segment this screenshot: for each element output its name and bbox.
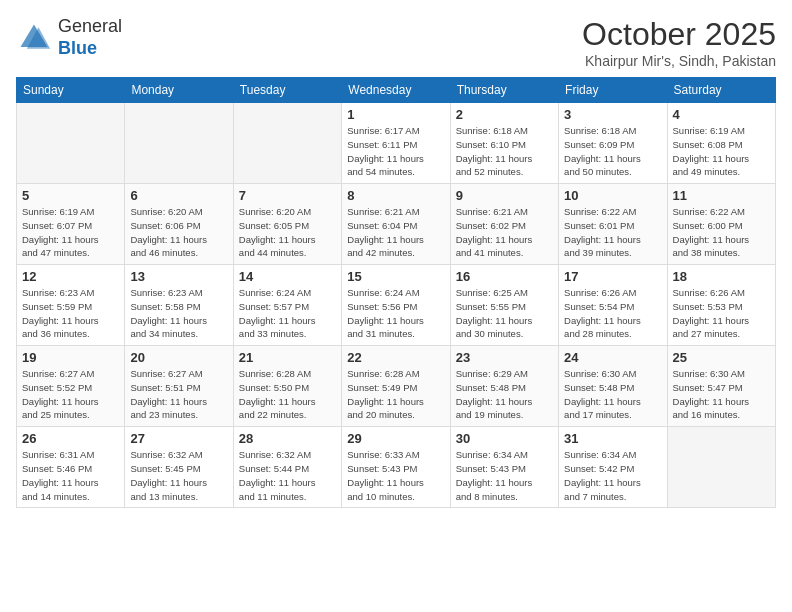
calendar-cell: 30Sunrise: 6:34 AMSunset: 5:43 PMDayligh… bbox=[450, 427, 558, 508]
weekday-header-monday: Monday bbox=[125, 78, 233, 103]
day-number: 10 bbox=[564, 188, 661, 203]
calendar-cell: 23Sunrise: 6:29 AMSunset: 5:48 PMDayligh… bbox=[450, 346, 558, 427]
day-info: Sunrise: 6:26 AMSunset: 5:54 PMDaylight:… bbox=[564, 286, 661, 341]
calendar-cell: 2Sunrise: 6:18 AMSunset: 6:10 PMDaylight… bbox=[450, 103, 558, 184]
calendar-cell: 3Sunrise: 6:18 AMSunset: 6:09 PMDaylight… bbox=[559, 103, 667, 184]
calendar-cell: 8Sunrise: 6:21 AMSunset: 6:04 PMDaylight… bbox=[342, 184, 450, 265]
logo-general: General bbox=[58, 16, 122, 36]
day-info: Sunrise: 6:24 AMSunset: 5:56 PMDaylight:… bbox=[347, 286, 444, 341]
day-number: 3 bbox=[564, 107, 661, 122]
day-info: Sunrise: 6:28 AMSunset: 5:49 PMDaylight:… bbox=[347, 367, 444, 422]
calendar-cell: 6Sunrise: 6:20 AMSunset: 6:06 PMDaylight… bbox=[125, 184, 233, 265]
day-number: 11 bbox=[673, 188, 770, 203]
day-info: Sunrise: 6:28 AMSunset: 5:50 PMDaylight:… bbox=[239, 367, 336, 422]
calendar-cell: 9Sunrise: 6:21 AMSunset: 6:02 PMDaylight… bbox=[450, 184, 558, 265]
weekday-header-sunday: Sunday bbox=[17, 78, 125, 103]
calendar-cell: 11Sunrise: 6:22 AMSunset: 6:00 PMDayligh… bbox=[667, 184, 775, 265]
day-info: Sunrise: 6:30 AMSunset: 5:47 PMDaylight:… bbox=[673, 367, 770, 422]
calendar-cell bbox=[17, 103, 125, 184]
weekday-header-tuesday: Tuesday bbox=[233, 78, 341, 103]
calendar-cell: 12Sunrise: 6:23 AMSunset: 5:59 PMDayligh… bbox=[17, 265, 125, 346]
calendar-body: 1Sunrise: 6:17 AMSunset: 6:11 PMDaylight… bbox=[17, 103, 776, 508]
logo: General Blue bbox=[16, 16, 122, 59]
calendar-cell: 10Sunrise: 6:22 AMSunset: 6:01 PMDayligh… bbox=[559, 184, 667, 265]
day-number: 19 bbox=[22, 350, 119, 365]
calendar-cell: 4Sunrise: 6:19 AMSunset: 6:08 PMDaylight… bbox=[667, 103, 775, 184]
day-number: 25 bbox=[673, 350, 770, 365]
logo-blue: Blue bbox=[58, 38, 97, 58]
calendar-cell bbox=[233, 103, 341, 184]
calendar-cell: 19Sunrise: 6:27 AMSunset: 5:52 PMDayligh… bbox=[17, 346, 125, 427]
page-header: General Blue October 2025 Khairpur Mir's… bbox=[16, 16, 776, 69]
weekday-header-row: SundayMondayTuesdayWednesdayThursdayFrid… bbox=[17, 78, 776, 103]
day-number: 6 bbox=[130, 188, 227, 203]
day-info: Sunrise: 6:22 AMSunset: 6:01 PMDaylight:… bbox=[564, 205, 661, 260]
calendar-cell bbox=[667, 427, 775, 508]
day-info: Sunrise: 6:19 AMSunset: 6:08 PMDaylight:… bbox=[673, 124, 770, 179]
day-number: 8 bbox=[347, 188, 444, 203]
calendar-cell: 13Sunrise: 6:23 AMSunset: 5:58 PMDayligh… bbox=[125, 265, 233, 346]
title-block: October 2025 Khairpur Mir's, Sindh, Paki… bbox=[582, 16, 776, 69]
day-info: Sunrise: 6:33 AMSunset: 5:43 PMDaylight:… bbox=[347, 448, 444, 503]
calendar-cell: 17Sunrise: 6:26 AMSunset: 5:54 PMDayligh… bbox=[559, 265, 667, 346]
day-info: Sunrise: 6:29 AMSunset: 5:48 PMDaylight:… bbox=[456, 367, 553, 422]
day-info: Sunrise: 6:31 AMSunset: 5:46 PMDaylight:… bbox=[22, 448, 119, 503]
calendar-cell: 14Sunrise: 6:24 AMSunset: 5:57 PMDayligh… bbox=[233, 265, 341, 346]
calendar-table: SundayMondayTuesdayWednesdayThursdayFrid… bbox=[16, 77, 776, 508]
calendar-cell: 27Sunrise: 6:32 AMSunset: 5:45 PMDayligh… bbox=[125, 427, 233, 508]
day-number: 24 bbox=[564, 350, 661, 365]
month-title: October 2025 bbox=[582, 16, 776, 53]
calendar-cell: 29Sunrise: 6:33 AMSunset: 5:43 PMDayligh… bbox=[342, 427, 450, 508]
day-info: Sunrise: 6:19 AMSunset: 6:07 PMDaylight:… bbox=[22, 205, 119, 260]
day-info: Sunrise: 6:21 AMSunset: 6:04 PMDaylight:… bbox=[347, 205, 444, 260]
day-number: 15 bbox=[347, 269, 444, 284]
calendar-cell: 15Sunrise: 6:24 AMSunset: 5:56 PMDayligh… bbox=[342, 265, 450, 346]
calendar-week-5: 26Sunrise: 6:31 AMSunset: 5:46 PMDayligh… bbox=[17, 427, 776, 508]
day-number: 18 bbox=[673, 269, 770, 284]
day-number: 26 bbox=[22, 431, 119, 446]
calendar-cell: 28Sunrise: 6:32 AMSunset: 5:44 PMDayligh… bbox=[233, 427, 341, 508]
day-number: 9 bbox=[456, 188, 553, 203]
day-info: Sunrise: 6:18 AMSunset: 6:09 PMDaylight:… bbox=[564, 124, 661, 179]
day-info: Sunrise: 6:26 AMSunset: 5:53 PMDaylight:… bbox=[673, 286, 770, 341]
day-number: 14 bbox=[239, 269, 336, 284]
day-number: 22 bbox=[347, 350, 444, 365]
logo-icon bbox=[16, 20, 52, 56]
calendar-cell: 25Sunrise: 6:30 AMSunset: 5:47 PMDayligh… bbox=[667, 346, 775, 427]
calendar-cell: 24Sunrise: 6:30 AMSunset: 5:48 PMDayligh… bbox=[559, 346, 667, 427]
calendar-week-1: 1Sunrise: 6:17 AMSunset: 6:11 PMDaylight… bbox=[17, 103, 776, 184]
calendar-cell: 1Sunrise: 6:17 AMSunset: 6:11 PMDaylight… bbox=[342, 103, 450, 184]
day-info: Sunrise: 6:20 AMSunset: 6:05 PMDaylight:… bbox=[239, 205, 336, 260]
calendar-cell: 5Sunrise: 6:19 AMSunset: 6:07 PMDaylight… bbox=[17, 184, 125, 265]
day-info: Sunrise: 6:22 AMSunset: 6:00 PMDaylight:… bbox=[673, 205, 770, 260]
day-info: Sunrise: 6:17 AMSunset: 6:11 PMDaylight:… bbox=[347, 124, 444, 179]
calendar-cell: 7Sunrise: 6:20 AMSunset: 6:05 PMDaylight… bbox=[233, 184, 341, 265]
day-number: 2 bbox=[456, 107, 553, 122]
day-info: Sunrise: 6:20 AMSunset: 6:06 PMDaylight:… bbox=[130, 205, 227, 260]
day-number: 28 bbox=[239, 431, 336, 446]
calendar-week-2: 5Sunrise: 6:19 AMSunset: 6:07 PMDaylight… bbox=[17, 184, 776, 265]
day-number: 23 bbox=[456, 350, 553, 365]
day-number: 4 bbox=[673, 107, 770, 122]
day-info: Sunrise: 6:23 AMSunset: 5:59 PMDaylight:… bbox=[22, 286, 119, 341]
day-number: 31 bbox=[564, 431, 661, 446]
calendar-week-3: 12Sunrise: 6:23 AMSunset: 5:59 PMDayligh… bbox=[17, 265, 776, 346]
day-info: Sunrise: 6:30 AMSunset: 5:48 PMDaylight:… bbox=[564, 367, 661, 422]
calendar-cell: 21Sunrise: 6:28 AMSunset: 5:50 PMDayligh… bbox=[233, 346, 341, 427]
calendar-cell: 16Sunrise: 6:25 AMSunset: 5:55 PMDayligh… bbox=[450, 265, 558, 346]
day-info: Sunrise: 6:34 AMSunset: 5:43 PMDaylight:… bbox=[456, 448, 553, 503]
day-number: 20 bbox=[130, 350, 227, 365]
day-info: Sunrise: 6:21 AMSunset: 6:02 PMDaylight:… bbox=[456, 205, 553, 260]
calendar-cell: 20Sunrise: 6:27 AMSunset: 5:51 PMDayligh… bbox=[125, 346, 233, 427]
day-number: 27 bbox=[130, 431, 227, 446]
day-number: 16 bbox=[456, 269, 553, 284]
calendar-week-4: 19Sunrise: 6:27 AMSunset: 5:52 PMDayligh… bbox=[17, 346, 776, 427]
calendar-cell bbox=[125, 103, 233, 184]
calendar-cell: 18Sunrise: 6:26 AMSunset: 5:53 PMDayligh… bbox=[667, 265, 775, 346]
day-info: Sunrise: 6:24 AMSunset: 5:57 PMDaylight:… bbox=[239, 286, 336, 341]
day-info: Sunrise: 6:27 AMSunset: 5:52 PMDaylight:… bbox=[22, 367, 119, 422]
day-number: 17 bbox=[564, 269, 661, 284]
day-info: Sunrise: 6:34 AMSunset: 5:42 PMDaylight:… bbox=[564, 448, 661, 503]
day-info: Sunrise: 6:27 AMSunset: 5:51 PMDaylight:… bbox=[130, 367, 227, 422]
weekday-header-wednesday: Wednesday bbox=[342, 78, 450, 103]
